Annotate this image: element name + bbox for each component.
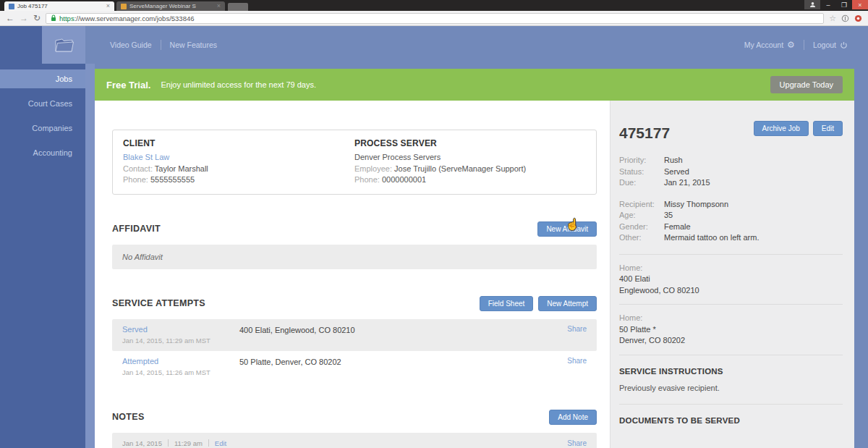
tab-favicon xyxy=(121,4,127,9)
service-attempts-section-head: SERVICE ATTEMPTS Field Sheet New Attempt xyxy=(112,296,597,311)
note-edit-link[interactable]: Edit xyxy=(215,439,226,447)
priority-value: Rush xyxy=(664,155,683,166)
phone-value: 5555555555 xyxy=(150,175,195,184)
browser-toolbar: ← → ↻ https://www.servemanager.com/jobs/… xyxy=(0,11,868,26)
notes-heading: NOTES xyxy=(112,412,145,422)
my-account-link[interactable]: My Account ⚙ xyxy=(736,40,804,50)
share-link[interactable]: Share xyxy=(567,357,587,376)
attempt-date: Jan 14, 2015, 11:29 am MST xyxy=(122,337,239,345)
attempt-address: 50 Platte, Denver, CO 80202 xyxy=(239,357,567,376)
sidebar-item-accounting[interactable]: Accounting xyxy=(0,143,85,162)
attempt-row: Served Jan 14, 2015, 11:29 am MST 400 El… xyxy=(112,319,597,351)
close-icon[interactable]: × xyxy=(852,0,868,9)
attempt-row: Attempted Jan 14, 2015, 11:26 am MST 50 … xyxy=(112,351,597,383)
browser-tab-strip: Job 475177 × ServeManager Webinar S × – … xyxy=(0,0,868,11)
status-value: Served xyxy=(664,166,689,178)
no-affidavit-box: No Affidavit xyxy=(112,245,597,269)
sidebar-item-companies[interactable]: Companies xyxy=(0,119,85,138)
job-detail-panel: 475177 Archive Job Edit Priority:Rush St… xyxy=(610,101,854,448)
address-line: Englewood, CO 80210 xyxy=(619,285,843,297)
affidavit-section-head: AFFIDAVIT New Affidavit xyxy=(112,221,597,237)
address-block: Home: 50 Platte * Denver, CO 80202 xyxy=(619,313,843,347)
share-link[interactable]: Share xyxy=(567,325,587,345)
sidebar-item-court-cases[interactable]: Court Cases xyxy=(0,94,85,113)
phone-label: Phone: xyxy=(354,175,380,184)
affidavit-heading: AFFIDAVIT xyxy=(112,224,161,234)
sidebar: Jobs Court Cases Companies Accounting xyxy=(0,64,85,448)
archive-job-button[interactable]: Archive Job xyxy=(754,121,809,136)
servemanager-logo[interactable] xyxy=(42,26,85,64)
address-line: Denver, CO 80202 xyxy=(619,335,843,347)
job-number: 475177 xyxy=(619,124,670,142)
notes-section-head: NOTES Add Note xyxy=(112,410,597,425)
field-sheet-button[interactable]: Field Sheet xyxy=(480,296,534,311)
due-value: Jan 21, 2015 xyxy=(664,177,710,189)
new-attempt-button[interactable]: New Attempt xyxy=(538,296,597,311)
browser-tab-inactive[interactable]: ServeManager Webinar S × xyxy=(116,1,225,11)
forward-icon[interactable]: → xyxy=(20,14,28,22)
job-status-group: Priority:Rush Status:Served Due:Jan 21, … xyxy=(619,155,843,189)
maximize-icon[interactable]: ❐ xyxy=(836,0,852,9)
service-instructions-heading: SERVICE INSTRUCTIONS xyxy=(619,367,843,376)
tab-title: Job 475177 xyxy=(17,3,103,9)
tab-close-icon[interactable]: × xyxy=(217,3,221,9)
tab-title: ServeManager Webinar S xyxy=(129,3,214,9)
documents-to-be-served-heading: DOCUMENTS TO BE SERVED xyxy=(619,416,843,425)
upgrade-today-button[interactable]: Upgrade Today xyxy=(770,76,843,93)
attempt-date: Jan 14, 2015, 11:26 am MST xyxy=(122,368,239,376)
note-row: Jan 14, 2015 11:29 am Edit Bad Address S… xyxy=(112,433,597,448)
url-bar[interactable]: https://www.servemanager.com/jobs/533846 xyxy=(46,13,824,24)
attempt-status-link[interactable]: Attempted xyxy=(122,357,158,365)
power-icon xyxy=(840,41,848,49)
process-server-section: PROCESS SERVER Denver Process Servers Em… xyxy=(354,138,586,186)
age-value: 35 xyxy=(664,210,673,221)
minimize-icon[interactable]: – xyxy=(820,0,836,9)
add-note-button[interactable]: Add Note xyxy=(549,410,597,425)
divider xyxy=(619,355,843,355)
process-server-company: Denver Process Servers xyxy=(354,152,586,164)
address-block: Home: 400 Elati Englewood, CO 80210 xyxy=(619,263,843,297)
sidebar-item-jobs[interactable]: Jobs xyxy=(0,69,85,88)
recipient-value: Missy Thompsonn xyxy=(664,199,728,211)
cursor-pointer-icon: ☝ xyxy=(566,218,579,231)
new-tab-button[interactable] xyxy=(228,3,248,11)
other-value: Mermaid tattoo on left arm. xyxy=(664,232,759,244)
edit-job-button[interactable]: Edit xyxy=(813,121,843,136)
meta-separator xyxy=(208,439,209,447)
logout-link[interactable]: Logout xyxy=(804,41,856,49)
attempt-status-link[interactable]: Served xyxy=(122,325,148,334)
employee-label: Employee: xyxy=(354,164,392,173)
attempt-address: 400 Elati, Englewood, CO 80210 xyxy=(239,325,567,345)
note-time: 11:29 am xyxy=(174,439,203,447)
nav-new-features[interactable]: New Features xyxy=(161,41,226,49)
nav-video-guide[interactable]: Video Guide xyxy=(101,41,161,49)
client-heading: CLIENT xyxy=(123,138,354,148)
servemanager-job-page: Job 475177 × ServeManager Webinar S × – … xyxy=(0,0,868,448)
window-controls: – ❐ × xyxy=(804,0,868,9)
extension-icon-red[interactable] xyxy=(854,14,862,22)
divider xyxy=(619,404,843,405)
extension-icon[interactable] xyxy=(841,14,849,22)
tab-close-icon[interactable]: × xyxy=(106,3,110,9)
client-section: CLIENT Blake St Law Contact: Taylor Mars… xyxy=(123,138,354,186)
share-link[interactable]: Share xyxy=(473,439,587,447)
header-nav: Video Guide New Features xyxy=(85,26,226,64)
refresh-icon[interactable]: ↻ xyxy=(33,14,41,22)
trial-title: Free Trial. xyxy=(106,80,150,90)
profile-icon[interactable] xyxy=(804,0,820,9)
job-main-column: CLIENT Blake St Law Contact: Taylor Mars… xyxy=(95,101,610,448)
recipient-group: Recipient:Missy Thompsonn Age:35 Gender:… xyxy=(619,199,843,244)
browser-tab-active[interactable]: Job 475177 × xyxy=(4,1,114,11)
account-nav: My Account ⚙ Logout xyxy=(736,26,868,64)
client-company-link[interactable]: Blake St Law xyxy=(123,153,169,161)
gear-icon: ⚙ xyxy=(787,40,795,50)
tab-favicon xyxy=(9,4,14,9)
process-server-heading: PROCESS SERVER xyxy=(354,138,586,148)
page-right-margin xyxy=(854,64,868,448)
logo-zone xyxy=(0,26,85,64)
back-icon[interactable]: ← xyxy=(6,14,14,22)
banner-gap xyxy=(95,64,854,69)
padlock-icon xyxy=(51,14,56,22)
gender-value: Female xyxy=(664,221,691,233)
bookmark-star-icon[interactable]: ☆ xyxy=(829,14,836,22)
